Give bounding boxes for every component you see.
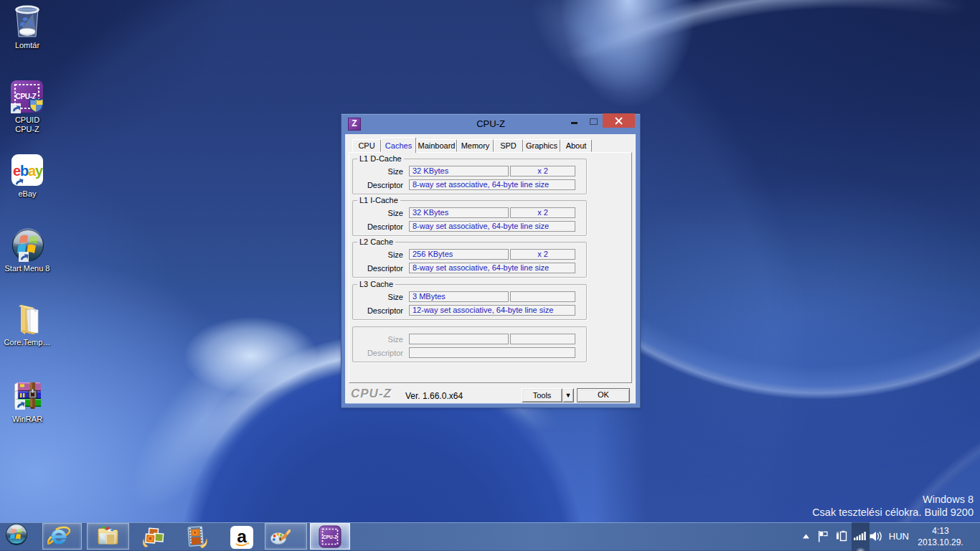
svg-text:CPU-Z: CPU-Z [323,534,337,540]
svg-text:ebay: ebay [13,163,44,179]
svg-text:a: a [237,527,247,546]
